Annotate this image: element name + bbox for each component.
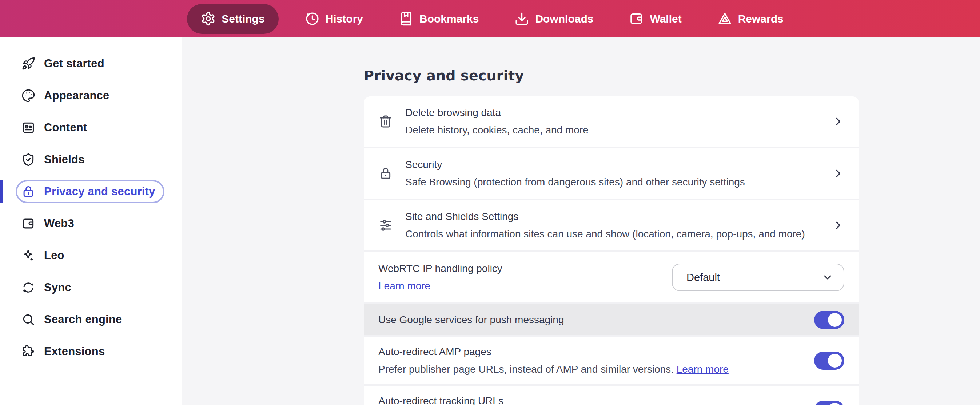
row-description: Delete history, cookies, cache, and more <box>405 123 832 137</box>
row-site-and-shields-settings[interactable]: Site and Shields Settings Controls what … <box>364 199 859 251</box>
row-auto-redirect-tracking-urls: Auto-redirect tracking URLs Enable suppo… <box>364 384 859 405</box>
rewards-icon <box>718 11 732 26</box>
topnav-item-bookmarks[interactable]: Bookmarks <box>389 4 488 34</box>
topnav-item-label: Settings <box>221 13 264 25</box>
sidebar-item-label: Web3 <box>44 217 74 230</box>
rocket-icon <box>21 57 35 70</box>
gear-icon <box>201 11 216 26</box>
sidebar-item-label: Get started <box>44 57 104 70</box>
sidebar-item-extensions[interactable]: Extensions <box>0 335 182 368</box>
sync-icon <box>21 281 35 294</box>
topnav-item-history[interactable]: History <box>295 4 372 34</box>
row-title: Auto-redirect tracking URLs <box>378 394 814 405</box>
topnav-item-downloads[interactable]: Downloads <box>505 4 603 34</box>
sidebar-item-content[interactable]: Content <box>0 111 182 144</box>
topnav-item-label: Rewards <box>738 13 784 25</box>
sidebar-item-label: Leo <box>44 249 64 262</box>
toggle-knob <box>828 354 842 368</box>
page-title: Privacy and security <box>364 67 980 84</box>
content-icon <box>21 121 35 135</box>
topnav-item-label: History <box>326 13 363 25</box>
sidebar-item-appearance[interactable]: Appearance <box>0 79 182 111</box>
sidebar-divider <box>29 376 161 376</box>
row-security[interactable]: Security Safe Browsing (protection from … <box>364 146 859 199</box>
privacy-settings-card: Delete browsing data Delete history, coo… <box>364 96 859 405</box>
downloads-icon <box>514 11 529 26</box>
google-push-messaging-toggle[interactable] <box>814 311 844 329</box>
row-title: Use Google services for push messaging <box>378 313 814 327</box>
auto-redirect-amp-toggle[interactable] <box>814 351 844 370</box>
sidebar-item-sync[interactable]: Sync <box>0 272 182 303</box>
sidebar-item-search-engine[interactable]: Search engine <box>0 303 182 335</box>
trash-icon <box>378 114 394 129</box>
topnav-item-label: Wallet <box>650 13 681 25</box>
wallet-icon <box>21 217 35 230</box>
history-icon <box>305 11 320 26</box>
sidebar-item-privacy-and-security[interactable]: Privacy and security <box>0 176 182 208</box>
sidebar-item-label: Extensions <box>44 345 105 358</box>
sidebar-item-label: Content <box>44 121 87 134</box>
topnav-item-label: Bookmarks <box>419 13 479 25</box>
topnav-item-settings[interactable]: Settings <box>187 4 278 34</box>
sidebar-item-label: Sync <box>44 281 71 294</box>
sidebar-item-leo[interactable]: Leo <box>0 240 182 272</box>
sidebar-item-label: Search engine <box>44 313 122 326</box>
wallet-icon <box>629 11 644 26</box>
select-value: Default <box>686 272 720 284</box>
row-google-push-messaging: Use Google services for push messaging <box>364 302 859 335</box>
chevron-right-icon <box>832 167 844 179</box>
sparkle-icon <box>21 249 35 262</box>
row-title: Site and Shields Settings <box>405 210 832 224</box>
sidebar-item-get-started[interactable]: Get started <box>0 48 182 79</box>
row-title: Security <box>405 158 832 172</box>
row-delete-browsing-data[interactable]: Delete browsing data Delete history, coo… <box>364 96 859 146</box>
search-icon <box>21 313 35 327</box>
topnav-item-wallet[interactable]: Wallet <box>619 4 691 34</box>
settings-main-panel: Privacy and security Delete browsing dat… <box>182 37 980 405</box>
row-description: Safe Browsing (protection from dangerous… <box>405 175 832 189</box>
auto-redirect-tracking-toggle[interactable] <box>814 401 844 405</box>
row-auto-redirect-amp-pages: Auto-redirect AMP pages Prefer publisher… <box>364 335 859 384</box>
settings-sidebar: Get started Appearance Content Shields <box>0 37 182 405</box>
palette-icon <box>21 89 35 103</box>
learn-more-link[interactable]: Learn more <box>378 280 430 292</box>
row-title: Delete browsing data <box>405 106 832 120</box>
sidebar-item-shields[interactable]: Shields <box>0 144 182 176</box>
row-description: Controls what information sites can use … <box>405 227 832 241</box>
lock-icon <box>378 166 394 181</box>
learn-more-link[interactable]: Learn more <box>677 364 729 375</box>
sidebar-item-label: Privacy and security <box>44 185 155 198</box>
toggle-knob <box>828 313 842 327</box>
topnav-item-rewards[interactable]: Rewards <box>708 4 793 34</box>
webrtc-policy-select[interactable]: Default <box>672 264 844 291</box>
chevron-down-icon <box>822 272 834 283</box>
chevron-right-icon <box>832 219 844 232</box>
row-webrtc-ip-handling-policy: WebRTC IP handling policy Learn more Def… <box>364 251 859 302</box>
toggle-knob <box>828 403 842 405</box>
shield-icon <box>21 153 35 167</box>
topnav-item-label: Downloads <box>535 13 593 25</box>
top-navigation-bar: Settings History Bookmarks Downloads Wal… <box>0 0 980 37</box>
row-title: Auto-redirect AMP pages <box>378 345 814 359</box>
row-description: Prefer publisher page URLs, instead of A… <box>378 364 674 375</box>
sliders-icon <box>378 218 394 233</box>
puzzle-icon <box>21 345 35 359</box>
chevron-right-icon <box>832 115 844 128</box>
row-title: WebRTC IP handling policy <box>378 262 672 276</box>
sidebar-item-web3[interactable]: Web3 <box>0 208 182 240</box>
lock-icon <box>21 185 35 199</box>
sidebar-item-label: Appearance <box>44 89 109 102</box>
bookmarks-icon <box>399 11 414 26</box>
sidebar-item-label: Shields <box>44 153 85 166</box>
